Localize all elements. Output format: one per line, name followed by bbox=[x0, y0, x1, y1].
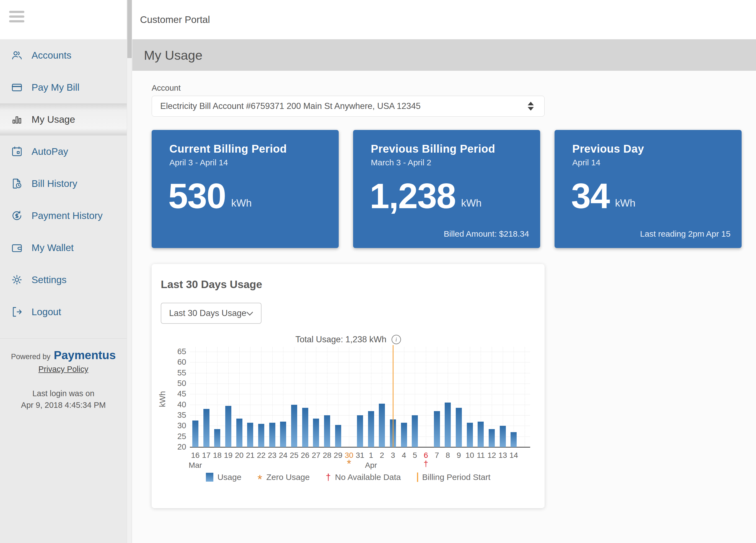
sidebar-footer: Powered by Paymentus Privacy Policy Last… bbox=[0, 338, 127, 411]
sidebar-item-my-usage[interactable]: My Usage bbox=[0, 103, 127, 136]
bar-chart-plot: 2025303540455055606516171819202122232425… bbox=[152, 264, 545, 508]
sidebar-item-payment-history[interactable]: Payment History bbox=[0, 200, 127, 232]
sidebar-item-label: Settings bbox=[32, 274, 66, 285]
page-title-banner: My Usage bbox=[132, 39, 756, 71]
card-value: 34 bbox=[571, 182, 609, 210]
sidebar-header bbox=[0, 0, 127, 39]
no-data-marker: † bbox=[415, 459, 437, 469]
content: Account Electricity Bill Account #675937… bbox=[132, 71, 756, 543]
usage-bar bbox=[434, 411, 440, 447]
sidebar-item-pay-my-bill[interactable]: Pay My Bill bbox=[0, 71, 127, 103]
logout-icon bbox=[11, 305, 23, 318]
sidebar-item-settings[interactable]: Settings bbox=[0, 264, 127, 296]
legend-label: No Available Data bbox=[335, 472, 401, 482]
last-login-line1: Last login was on bbox=[0, 388, 127, 399]
card-unit: kWh bbox=[231, 198, 252, 210]
sidebar-item-label: Bill History bbox=[32, 178, 77, 189]
usage-bar bbox=[302, 408, 308, 447]
legend-item-billing-period-start: Billing Period Start bbox=[417, 472, 491, 482]
usage-bar bbox=[214, 429, 220, 447]
card-note: Last reading 2pm Apr 15 bbox=[640, 229, 731, 239]
vline-icon bbox=[417, 472, 418, 482]
usage-bar bbox=[511, 432, 517, 447]
card-value: 1,238 bbox=[370, 182, 455, 210]
usage-bar bbox=[291, 405, 297, 447]
y-axis-tick: 35 bbox=[164, 410, 186, 420]
legend-label: Billing Period Start bbox=[422, 472, 491, 482]
sidebar-item-bill-history[interactable]: Bill History bbox=[0, 168, 127, 200]
usage-swatch-icon bbox=[206, 473, 213, 482]
powered-by-label: Powered by bbox=[11, 352, 51, 361]
sidebar-item-label: My Usage bbox=[32, 114, 75, 125]
card-note: Billed Amount: $218.34 bbox=[444, 229, 529, 239]
account-select[interactable]: Electricity Bill Account #6759371 200 Ma… bbox=[152, 96, 545, 117]
last-login-line2: Apr 9, 2018 4:45:34 PM bbox=[0, 399, 127, 411]
card-subtitle: April 3 - April 14 bbox=[169, 158, 328, 167]
summary-cards: Current Billing Period April 3 - April 1… bbox=[152, 130, 742, 248]
usage-bar bbox=[324, 415, 330, 447]
x-axis-month-label: Mar bbox=[182, 461, 209, 470]
y-axis-tick: 20 bbox=[164, 442, 186, 451]
gridline-horizontal bbox=[190, 405, 530, 405]
usage-bar bbox=[313, 419, 319, 447]
y-axis-tick: 45 bbox=[164, 389, 186, 398]
usage-bar bbox=[225, 406, 231, 447]
legend-item-no-available-data: †No Available Data bbox=[326, 472, 401, 482]
sidebar-item-my-wallet[interactable]: My Wallet bbox=[0, 232, 127, 264]
document-clock-icon bbox=[11, 177, 23, 190]
card-subtitle: April 14 bbox=[572, 158, 731, 167]
paymentus-logo: Paymentus bbox=[54, 349, 116, 362]
card-previous-billing-period: Previous Billing Period March 3 - April … bbox=[353, 130, 540, 248]
card-unit: kWh bbox=[461, 198, 481, 210]
sidebar-item-label: Pay My Bill bbox=[32, 82, 79, 93]
gridline-horizontal bbox=[190, 352, 530, 352]
gridline-vertical bbox=[349, 347, 349, 447]
calendar-icon bbox=[11, 145, 23, 158]
sidebar-item-autopay[interactable]: AutoPay bbox=[0, 136, 127, 168]
usage-bar bbox=[489, 429, 495, 447]
card-unit: kWh bbox=[615, 198, 635, 210]
refresh-dollar-icon bbox=[11, 209, 23, 222]
sidebar-item-label: Accounts bbox=[32, 50, 71, 61]
usage-bar bbox=[401, 423, 407, 447]
usage-bar bbox=[236, 419, 242, 447]
gridline-vertical bbox=[525, 347, 525, 447]
chart-legend: Usage*Zero Usage†No Available DataBillin… bbox=[152, 472, 545, 482]
wallet-icon bbox=[11, 242, 23, 254]
dagger-icon: † bbox=[326, 472, 331, 482]
usage-bar bbox=[247, 423, 253, 447]
sidebar-item-label: Payment History bbox=[32, 210, 103, 221]
asterisk-icon: * bbox=[257, 477, 262, 482]
accounts-icon bbox=[11, 49, 23, 62]
billing-period-start-line bbox=[393, 345, 393, 447]
card-subtitle: March 3 - April 2 bbox=[371, 158, 529, 167]
zero-usage-marker: * bbox=[338, 458, 360, 470]
y-axis-tick: 60 bbox=[164, 357, 186, 366]
usage-bar bbox=[500, 426, 506, 447]
x-axis-month-label: Apr bbox=[357, 461, 385, 470]
usage-bar bbox=[258, 424, 264, 447]
usage-chart-card: Last 30 Days Usage Last 30 Days Usage To… bbox=[152, 264, 545, 508]
sidebar-item-logout[interactable]: Logout bbox=[0, 296, 127, 328]
credit-card-icon bbox=[11, 81, 23, 94]
legend-label: Usage bbox=[218, 472, 242, 482]
sidebar-scrollbar[interactable] bbox=[127, 0, 132, 543]
app-title: Customer Portal bbox=[140, 0, 210, 39]
legend-item-zero-usage: *Zero Usage bbox=[257, 472, 310, 482]
scrollbar-thumb[interactable] bbox=[127, 0, 132, 58]
gridline-horizontal bbox=[190, 362, 530, 362]
card-title: Previous Day bbox=[572, 143, 731, 155]
bar-chart-icon bbox=[11, 113, 23, 126]
sidebar: AccountsPay My BillMy UsageAutoPayBill H… bbox=[0, 0, 132, 543]
sidebar-item-accounts[interactable]: Accounts bbox=[0, 39, 127, 71]
gear-icon bbox=[11, 273, 23, 286]
usage-bar bbox=[357, 415, 363, 447]
usage-bar bbox=[456, 408, 462, 447]
usage-bar bbox=[445, 402, 451, 447]
usage-bar bbox=[467, 423, 473, 447]
hamburger-menu-icon[interactable] bbox=[9, 11, 24, 22]
card-title: Current Billing Period bbox=[169, 143, 328, 155]
usage-bar bbox=[368, 411, 374, 447]
account-select-value: Electricity Bill Account #6759371 200 Ma… bbox=[160, 101, 421, 111]
privacy-policy-link[interactable]: Privacy Policy bbox=[38, 365, 89, 374]
